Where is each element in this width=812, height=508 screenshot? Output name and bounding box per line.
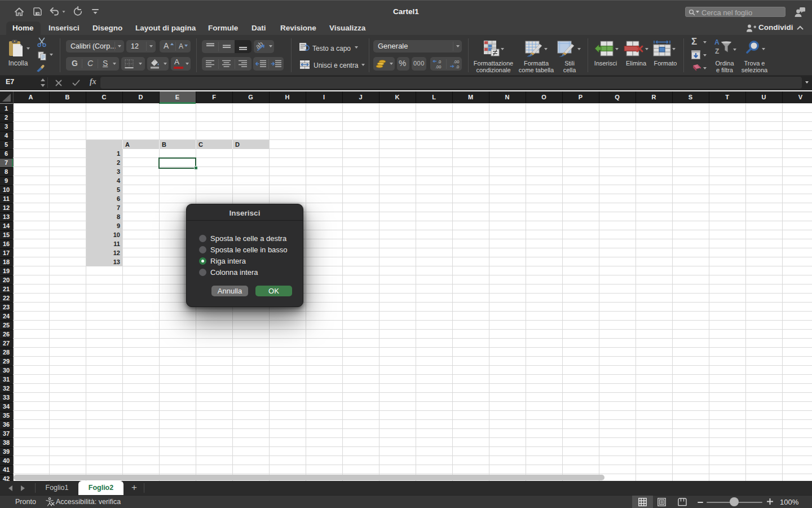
svg-text:.00: .00 [435, 64, 441, 69]
svg-text:.0: .0 [456, 64, 459, 69]
